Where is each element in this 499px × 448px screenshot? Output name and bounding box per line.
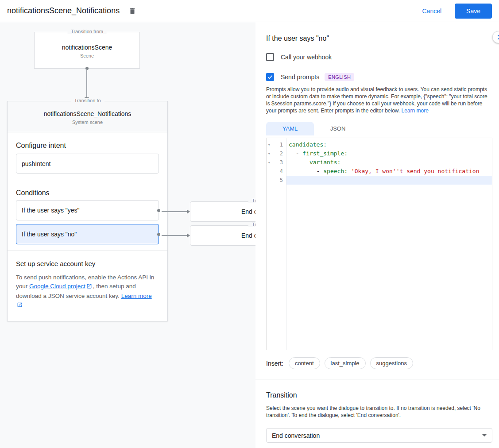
transition-select[interactable]: End conversation	[266, 428, 492, 443]
insert-chip-suggestions[interactable]: suggestions	[370, 357, 413, 369]
line-number: 2	[274, 151, 286, 157]
condition-label: If the user says "yes"	[22, 207, 80, 214]
arrowhead-right-icon	[187, 209, 190, 214]
service-account-section: Set up service account key To send push …	[8, 251, 167, 321]
code-token: speech:	[323, 168, 351, 174]
gutter-cell-4: 4	[267, 167, 286, 176]
fold-toggle-icon[interactable]: ▾	[267, 151, 274, 156]
from-scene-node[interactable]: Transition from notificationsScene Scene	[34, 32, 140, 69]
to-node-label: Transition to	[70, 98, 104, 103]
insert-chip-content[interactable]: content	[289, 357, 320, 369]
transition-selected-value: End conversation	[272, 432, 320, 439]
code-token: -	[289, 168, 323, 174]
condition-panel-title: If the user says "no"	[266, 35, 492, 42]
connector-line	[162, 235, 187, 236]
tab-json[interactable]: JSON	[314, 122, 362, 135]
code-line-2[interactable]: - first_simple:	[286, 149, 492, 158]
end-conversation-node[interactable]: Transition to End conversation	[190, 225, 255, 246]
webhook-row: Call your webhook	[266, 53, 492, 61]
send-prompts-checkbox[interactable]	[266, 73, 274, 81]
code-line-4[interactable]: - speech: 'Okay, I won''t send you notif…	[286, 167, 492, 176]
learn-more-link[interactable]: Learn more	[121, 293, 152, 299]
scene-card-header: Transition to notificationsScene_Notific…	[8, 101, 167, 132]
intent-label: pushIntent	[22, 160, 50, 167]
connector-line	[162, 211, 187, 212]
end-node-title: End conversation	[241, 232, 255, 239]
editor-tabs: YAML JSON	[266, 122, 492, 135]
fold-toggle-icon[interactable]: ▾	[267, 160, 274, 165]
page-title: notificationsScene_Notifications	[7, 6, 120, 15]
line-number: 3	[274, 159, 286, 166]
arrowhead-right-icon	[187, 233, 190, 238]
topbar: notificationsScene_Notifications Cancel …	[0, 0, 499, 22]
condition-item-yes[interactable]: If the user says "yes"	[16, 200, 159, 220]
conditions-heading: Conditions	[16, 189, 159, 197]
scene-card-subtitle: System scene	[8, 120, 167, 125]
condition-detail-panel: If the user says "no" Call your webhook …	[255, 22, 499, 448]
scene-card: Transition to notificationsScene_Notific…	[7, 101, 168, 321]
transition-heading: Transition	[266, 391, 492, 399]
dropdown-caret-icon	[482, 434, 487, 436]
code-token: 'Okay, I won''t send you notification	[351, 168, 480, 174]
line-number: 5	[274, 177, 286, 183]
section-divider	[255, 379, 499, 379]
intent-item-pushintent[interactable]: pushIntent	[16, 154, 159, 174]
editor-gutter: ▾1▾2▾345	[267, 138, 286, 350]
open-in-new-icon[interactable]	[86, 283, 92, 292]
code-token	[289, 159, 309, 166]
send-prompts-label: Send prompts	[281, 73, 319, 81]
condition-label: If the user says "no"	[22, 231, 77, 238]
insert-chip-last_simple[interactable]: last_simple	[325, 357, 366, 369]
code-line-3[interactable]: variants:	[286, 158, 492, 167]
call-webhook-label: Call your webhook	[281, 54, 332, 61]
insert-chips: contentlast_simplesuggestions	[289, 357, 418, 369]
end-node-label: Transition to	[248, 198, 255, 203]
checkmark-icon	[267, 74, 273, 80]
connector-dot	[157, 233, 160, 236]
scene-diagram-panel: Transition from notificationsScene Scene…	[0, 22, 255, 448]
open-in-new-icon[interactable]	[17, 301, 23, 310]
code-line-1[interactable]: candidates:	[286, 140, 492, 149]
connector-line	[86, 69, 87, 97]
from-node-label: Transition from	[67, 29, 107, 34]
editor-code[interactable]: candidates: - first_simple: variants: - …	[286, 138, 492, 350]
from-node-title: notificationsScene	[35, 44, 139, 51]
conditions-section: Conditions If the user says "yes" If the…	[8, 183, 167, 251]
cancel-button[interactable]: Cancel	[415, 4, 449, 18]
prompts-description-text: Prompts allow you to provide audio and v…	[266, 86, 487, 114]
configure-intent-heading: Configure intent	[16, 142, 159, 150]
scene-card-title: notificationsScene_Notifications	[8, 110, 167, 117]
collapse-panel-button[interactable]	[492, 31, 499, 43]
code-token: -	[289, 150, 302, 157]
insert-label: Insert:	[266, 360, 283, 367]
end-conversation-node[interactable]: Transition to End conversation	[190, 201, 255, 222]
fold-toggle-icon[interactable]: ▾	[267, 143, 274, 147]
google-cloud-project-link[interactable]: Google Cloud project	[29, 283, 85, 290]
prompt-code-editor[interactable]: ▾1▾2▾345 candidates: - first_simple: var…	[266, 138, 492, 350]
end-node-label: Transition to	[248, 222, 255, 227]
connector-dot	[157, 209, 160, 212]
end-node-title: End conversation	[241, 208, 255, 215]
chevron-right-icon	[494, 33, 499, 42]
service-account-heading: Set up service account key	[16, 260, 159, 267]
save-button[interactable]: Save	[455, 4, 492, 19]
condition-item-no[interactable]: If the user says "no"	[16, 224, 159, 244]
gutter-cell-1: ▾1	[267, 140, 286, 149]
line-number: 4	[274, 168, 286, 174]
code-token: first_simple:	[302, 150, 348, 157]
gutter-cell-5: 5	[267, 176, 286, 185]
code-token: candidates:	[289, 141, 327, 148]
language-badge: ENGLISH	[325, 73, 354, 81]
prompts-description: Prompts allow you to provide audio and v…	[266, 86, 492, 114]
call-webhook-checkbox[interactable]	[266, 53, 274, 61]
prompts-learn-more-link[interactable]: Learn more	[401, 108, 428, 114]
tab-yaml[interactable]: YAML	[266, 122, 314, 135]
configure-intent-section: Configure intent pushIntent	[8, 132, 167, 183]
transition-description: Select the scene you want the dialogue t…	[266, 405, 492, 419]
trash-icon	[128, 7, 136, 15]
gutter-cell-2: ▾2	[267, 149, 286, 158]
code-token: variants:	[309, 159, 340, 166]
code-line-5[interactable]	[286, 176, 492, 185]
send-prompts-row: Send prompts ENGLISH	[266, 73, 492, 81]
delete-scene-button[interactable]	[128, 6, 137, 16]
